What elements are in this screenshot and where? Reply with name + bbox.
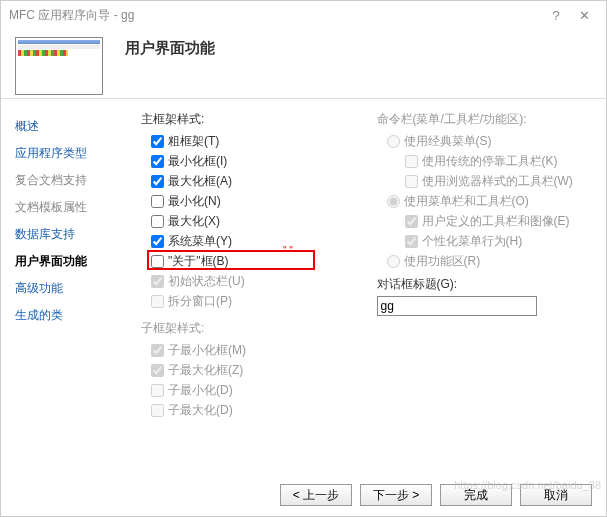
sidebar-item-3: 文档模板属性 (11, 194, 121, 221)
mainframe-chk-0[interactable]: 粗框架(T) (151, 132, 361, 150)
sidebar: 概述应用程序类型复合文档支持文档模板属性数据库支持用户界面功能高级功能生成的类 (1, 99, 131, 474)
chk-userdef-toolbar: 用户定义的工具栏和图像(E) (405, 212, 597, 230)
mainframe-chk-6[interactable]: "关于"框(B)" " (151, 252, 361, 270)
childframe-group-label: 子框架样式: (141, 320, 361, 337)
mainframe-group-label: 主框架样式: (141, 111, 361, 128)
window-title: MFC 应用程序向导 - gg (9, 7, 134, 24)
page-title: 用户界面功能 (125, 39, 215, 58)
childframe-chk-2: 子最小化(D) (151, 381, 361, 399)
help-icon[interactable]: ? (542, 8, 570, 23)
mainframe-chk-7: 初始状态栏(U) (151, 272, 361, 290)
wizard-dialog: MFC 应用程序向导 - gg ? ✕ 用户界面功能 概述应用程序类型复合文档支… (0, 0, 607, 517)
sidebar-item-0[interactable]: 概述 (11, 113, 121, 140)
sidebar-item-7[interactable]: 生成的类 (11, 302, 121, 329)
mainframe-chk-5[interactable]: 系统菜单(Y) (151, 232, 361, 250)
cmdbar-group-label: 命令栏(菜单/工具栏/功能区): (377, 111, 597, 128)
childframe-chk-1: 子最大化框(Z) (151, 361, 361, 379)
childframe-chk-0: 子最小化框(M) (151, 341, 361, 359)
mainframe-chk-3[interactable]: 最小化(N) (151, 192, 361, 210)
dlgtitle-label: 对话框标题(G): (377, 276, 597, 293)
titlebar: MFC 应用程序向导 - gg ? ✕ (1, 1, 606, 29)
sidebar-item-2: 复合文档支持 (11, 167, 121, 194)
radio-ribbon: 使用功能区(R) (387, 252, 597, 270)
mainframe-chk-2[interactable]: 最大化框(A) (151, 172, 361, 190)
dlgtitle-input[interactable] (377, 296, 537, 316)
highlight-text: " " (283, 242, 293, 260)
chk-browser-toolbar: 使用浏览器样式的工具栏(W) (405, 172, 597, 190)
sidebar-item-5[interactable]: 用户界面功能 (11, 248, 121, 275)
mainframe-chk-1[interactable]: 最小化框(I) (151, 152, 361, 170)
close-icon[interactable]: ✕ (570, 8, 598, 23)
next-button[interactable]: 下一步 > (360, 484, 432, 506)
mainframe-chk-4[interactable]: 最大化(X) (151, 212, 361, 230)
radio-menubar-toolbar: 使用菜单栏和工具栏(O) (387, 192, 597, 210)
radio-classic-menu: 使用经典菜单(S) (387, 132, 597, 150)
sidebar-item-6[interactable]: 高级功能 (11, 275, 121, 302)
sidebar-item-1[interactable]: 应用程序类型 (11, 140, 121, 167)
sidebar-item-4[interactable]: 数据库支持 (11, 221, 121, 248)
preview-thumbnail (15, 37, 103, 95)
prev-button[interactable]: < 上一步 (280, 484, 352, 506)
childframe-chk-3: 子最大化(D) (151, 401, 361, 419)
header: 用户界面功能 (1, 29, 606, 99)
watermark: https://blog.csdn.net/baidu_38 (454, 479, 601, 491)
mainframe-chk-8: 拆分窗口(P) (151, 292, 361, 310)
chk-personalized-menu: 个性化菜单行为(H) (405, 232, 597, 250)
chk-traditional-toolbar: 使用传统的停靠工具栏(K) (405, 152, 597, 170)
